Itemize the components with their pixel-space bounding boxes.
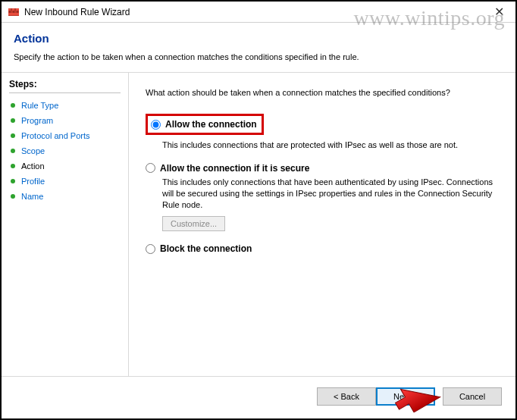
step-profile[interactable]: Profile [9,174,121,189]
bullet-icon [11,133,15,138]
bullet-icon [11,103,15,108]
step-label: Program [21,116,53,125]
option-block-label: Block the connection [160,243,252,254]
cancel-button[interactable]: Cancel [443,387,502,406]
step-rule-type[interactable]: Rule Type [9,98,121,113]
page-title: Action [14,32,503,45]
nav-button-group: < Back Next > [317,387,435,406]
step-label: Protocol and Ports [21,131,90,140]
option-allow-secure-desc: This includes only connections that have… [162,177,499,211]
step-label: Profile [21,177,45,186]
button-bar: < Back Next > Cancel [2,376,515,415]
body: Steps: Rule Type Program Protocol and Po… [2,73,515,376]
steps-title: Steps: [9,79,121,93]
step-protocol-ports[interactable]: Protocol and Ports [9,128,121,143]
option-allow: Allow the connection This includes conne… [146,114,499,151]
customize-button: Customize... [162,216,225,231]
step-scope[interactable]: Scope [9,143,121,158]
bullet-icon [11,164,15,168]
svg-rect-1 [8,8,19,11]
step-program[interactable]: Program [9,113,121,128]
step-action[interactable]: Action [9,158,121,174]
page-subtitle: Specify the action to be taken when a co… [14,52,503,61]
option-allow-label: Allow the connection [165,119,257,130]
bullet-icon [11,118,15,123]
radio-block[interactable] [146,244,155,254]
back-button[interactable]: < Back [317,387,376,406]
step-name[interactable]: Name [9,189,121,204]
wizard-window: New Inbound Rule Wizard ✕ www.wintips.or… [0,0,517,420]
step-label: Action [21,161,45,171]
step-label: Rule Type [21,101,58,110]
radio-allow[interactable] [151,120,161,130]
prompt-text: What action should be taken when a conne… [146,88,499,97]
steps-panel: Steps: Rule Type Program Protocol and Po… [2,73,129,376]
highlight-box: Allow the connection [146,114,264,135]
option-block: Block the connection [146,243,499,254]
option-allow-secure: Allow the connection if it is secure Thi… [146,163,499,232]
close-icon[interactable]: ✕ [488,5,509,19]
next-button[interactable]: Next > [376,387,435,406]
radio-allow-secure[interactable] [146,163,155,173]
bullet-icon [11,194,15,199]
window-title: New Inbound Rule Wizard [24,7,130,17]
option-allow-secure-label: Allow the connection if it is secure [160,163,309,174]
svg-rect-2 [8,13,19,15]
content-panel: What action should be taken when a conne… [129,73,515,376]
bullet-icon [11,179,15,183]
header: Action Specify the action to be taken wh… [2,23,515,73]
firewall-icon [8,6,20,18]
option-allow-desc: This includes connections that are prote… [162,139,499,151]
bullet-icon [11,149,15,153]
step-label: Name [21,192,43,201]
titlebar: New Inbound Rule Wizard ✕ [2,2,515,23]
step-label: Scope [21,146,45,155]
